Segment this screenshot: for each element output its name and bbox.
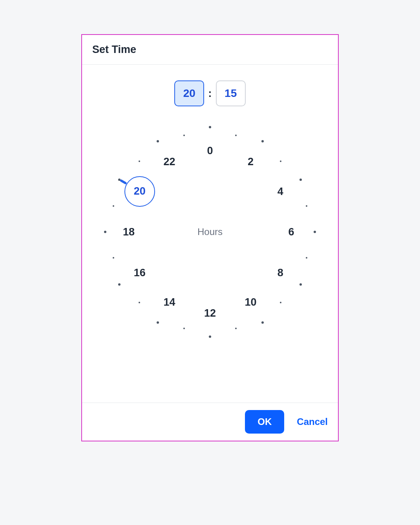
clock-minor-tick bbox=[235, 135, 237, 136]
clock-hour-0[interactable]: 0 bbox=[207, 145, 213, 157]
dialog-header: Set Time bbox=[82, 35, 338, 65]
clock-face[interactable]: Hours 024681012141618202220 bbox=[100, 122, 320, 342]
set-time-dialog: Set Time 20 : 15 Hours 02468101214161820… bbox=[81, 34, 339, 441]
clock-minor-tick bbox=[280, 302, 281, 303]
clock-hour-16[interactable]: 16 bbox=[134, 266, 146, 279]
cancel-button[interactable]: Cancel bbox=[297, 416, 328, 427]
clock-hour-10[interactable]: 10 bbox=[245, 296, 256, 308]
clock-minor-tick bbox=[183, 135, 185, 136]
clock-hour-20[interactable]: 20 bbox=[134, 185, 146, 197]
clock-tick-dot bbox=[104, 231, 106, 233]
clock-tick-dot bbox=[157, 321, 159, 324]
clock-hour-6[interactable]: 6 bbox=[288, 226, 294, 238]
clock-tick-dot bbox=[314, 231, 316, 233]
clock-hour-22[interactable]: 22 bbox=[163, 155, 175, 168]
clock-tick-dot bbox=[209, 335, 211, 338]
clock-minor-tick bbox=[306, 257, 307, 259]
clock-minor-tick bbox=[183, 328, 185, 329]
dialog-title: Set Time bbox=[92, 44, 328, 56]
clock-tick-dot bbox=[261, 321, 264, 324]
clock-hour-4[interactable]: 4 bbox=[278, 185, 283, 197]
clock-hour-12[interactable]: 12 bbox=[204, 307, 216, 319]
clock-minor-tick bbox=[235, 328, 237, 329]
clock-tick-dot bbox=[118, 283, 121, 286]
clock-tick-dot bbox=[209, 126, 211, 128]
selected-hour-stub bbox=[120, 179, 127, 184]
clock-hour-14[interactable]: 14 bbox=[163, 296, 175, 308]
clock-tick-dot bbox=[157, 140, 159, 142]
clock-hour-8[interactable]: 8 bbox=[278, 266, 283, 279]
clock-minor-tick bbox=[113, 257, 114, 259]
outer-card: Set Time 20 : 15 Hours 02468101214161820… bbox=[8, 8, 412, 517]
time-display: 20 : 15 bbox=[174, 80, 245, 106]
clock-minor-tick bbox=[139, 302, 140, 303]
clock-hour-18[interactable]: 18 bbox=[123, 226, 135, 238]
clock-tick-dot bbox=[299, 283, 302, 286]
time-separator: : bbox=[208, 87, 212, 100]
minutes-field[interactable]: 15 bbox=[216, 80, 246, 106]
dialog-footer: OK Cancel bbox=[82, 403, 338, 441]
clock-minor-tick bbox=[306, 205, 307, 207]
dialog-body: 20 : 15 Hours 024681012141618202220 bbox=[82, 65, 338, 403]
clock-minor-tick bbox=[280, 160, 281, 162]
clock-tick-dot bbox=[118, 179, 121, 181]
clock-hour-2[interactable]: 2 bbox=[248, 155, 254, 168]
clock-center-label: Hours bbox=[197, 226, 223, 237]
clock-tick-dot bbox=[299, 179, 302, 181]
hours-field[interactable]: 20 bbox=[174, 80, 204, 106]
clock-tick-dot bbox=[261, 140, 264, 142]
ok-button[interactable]: OK bbox=[245, 410, 284, 434]
clock-minor-tick bbox=[139, 160, 140, 162]
clock-minor-tick bbox=[113, 205, 114, 207]
